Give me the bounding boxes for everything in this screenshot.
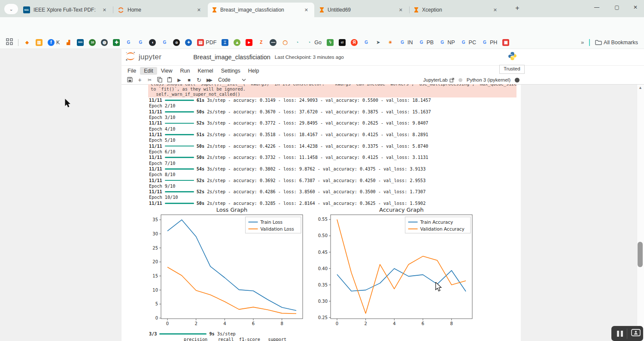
save-button[interactable]: [125, 77, 135, 83]
bookmark-yandex[interactable]: Я: [351, 39, 358, 46]
ten-circle-icon: 10: [89, 39, 96, 46]
bookmark-pdf[interactable]: ▤PDF: [197, 39, 216, 46]
bookmark-dark-pill[interactable]: —: [270, 39, 276, 46]
epoch-progress-line: 11/1154s 3s/step - accuracy: 0.3802 - lo…: [149, 166, 518, 172]
svg-text:0.45: 0.45: [318, 250, 328, 255]
browser-tab-home[interactable]: Home✕: [113, 3, 207, 17]
bookmark-google-np[interactable]: GNP: [439, 39, 455, 46]
bookmark-youtube[interactable]: ▶: [246, 39, 252, 46]
browser-tab-ieee-xplore-full-text-pdf-[interactable]: IEEEIEEE Xplore Full-Text PDF:✕: [19, 3, 112, 17]
blue-bridge-icon: ⌶: [222, 39, 228, 46]
zapier-icon: Z: [258, 39, 264, 46]
scrollbar-track[interactable]: [637, 85, 644, 341]
bookmark-google-pc[interactable]: GPC: [460, 39, 476, 46]
stderr-warning-box: class should call `super().__init__(**kw…: [148, 84, 516, 97]
bookmark-label: NP: [447, 40, 455, 46]
menu-edit[interactable]: Edit: [140, 67, 157, 75]
bookmark-zapier[interactable]: Z: [258, 39, 264, 46]
menu-view[interactable]: View: [157, 67, 176, 75]
bookmark-google-1[interactable]: G: [125, 39, 132, 46]
menu-help[interactable]: Help: [244, 67, 263, 75]
bookmark-paper-plane[interactable]: ➤: [375, 39, 382, 46]
bookmark-label: Go: [314, 40, 322, 46]
copy-cell-button[interactable]: [155, 77, 164, 83]
progress-bar: [165, 168, 194, 170]
bookmark-orange-app[interactable]: ▥: [36, 39, 43, 46]
notebook-title[interactable]: Breast_image_classficiation: [193, 54, 270, 61]
kernel-name[interactable]: Python 3 (ipykernel): [467, 77, 510, 82]
bookmark-green-cross[interactable]: ✚: [113, 39, 120, 46]
bookmark-orange-ring[interactable]: ◯: [282, 39, 289, 46]
scrollbar-thumb[interactable]: [638, 242, 643, 267]
bookmark-teal-swirl-1[interactable]: ◔: [294, 39, 301, 46]
bookmark-orange-flower[interactable]: ☀: [387, 39, 394, 46]
bookmark-google-in[interactable]: GIN: [399, 39, 413, 46]
browser-tab-xception[interactable]: Xception✕: [410, 3, 503, 17]
restart-kernel-button[interactable]: ↻: [194, 77, 204, 83]
bookmark-google-pb[interactable]: GPB: [418, 39, 434, 46]
menu-file[interactable]: File: [124, 67, 140, 75]
bookmark-google-3[interactable]: G: [161, 39, 168, 46]
add-cell-button[interactable]: +: [135, 76, 145, 83]
window-minimize-button[interactable]: —: [587, 0, 606, 15]
jupyterlab-link[interactable]: JupyterLab: [423, 77, 454, 82]
svg-text:6: 6: [252, 321, 255, 326]
bookmark-globe-dark[interactable]: ◍: [101, 39, 108, 46]
svg-text:35: 35: [152, 217, 158, 222]
jupyter-logo[interactable]: [125, 51, 136, 64]
tab-close-button[interactable]: ✕: [492, 6, 499, 14]
bookmark-android[interactable]: ▲: [234, 39, 240, 46]
bookmark-red-app[interactable]: ▣: [502, 39, 509, 46]
menu-settings[interactable]: Settings: [217, 67, 244, 75]
cell-type-dropdown[interactable]: Code: [218, 77, 246, 83]
globe-dark-icon: ◍: [101, 39, 108, 46]
tab-title: Xception: [422, 7, 488, 13]
window-close-button[interactable]: ✕: [626, 0, 644, 15]
tab-close-button[interactable]: ✕: [195, 6, 203, 14]
bookmark-google-ph[interactable]: GPH: [481, 39, 497, 46]
tab-search-button[interactable]: ⌄: [4, 4, 18, 14]
bookmark-analytics[interactable]: ▟: [65, 39, 72, 46]
bookmark-github[interactable]: ◖: [149, 39, 156, 46]
apps-grid-icon[interactable]: [6, 38, 13, 47]
trusted-badge[interactable]: Trusted: [499, 65, 525, 74]
tab-close-button[interactable]: ✕: [303, 6, 310, 14]
browser-tab-breast-image-classficiation[interactable]: Breast_image_classficiation✕: [208, 3, 314, 17]
bookmark-ieee[interactable]: IEEE: [77, 39, 84, 46]
bookmarks-overflow-chevron[interactable]: »: [581, 39, 584, 46]
scrollbar-up-arrow[interactable]: ▲: [638, 85, 642, 90]
bookmark-google-4[interactable]: G: [363, 39, 370, 46]
fig-loss-svg: Loss Graph0510152025303502468Train LossV…: [147, 207, 305, 332]
bookmark-teal-swirl-2[interactable]: ◔Go: [306, 39, 322, 46]
paste-cell-button[interactable]: [164, 77, 174, 83]
bookmark-google-2[interactable]: G: [137, 39, 144, 46]
pause-recording-button[interactable]: [617, 331, 623, 337]
epoch-steps: 11/11: [149, 144, 162, 149]
bookmark-green-bolt[interactable]: ϟ: [327, 39, 334, 46]
tab-close-button[interactable]: ✕: [101, 6, 108, 14]
tab-close-button[interactable]: ✕: [397, 6, 404, 14]
svg-text:0.30: 0.30: [318, 299, 328, 304]
interrupt-kernel-button[interactable]: ■: [184, 77, 194, 82]
bookmark-cl-black[interactable]: cl: [339, 39, 346, 46]
bookmark-blue-badge[interactable]: ✦: [185, 39, 192, 46]
run-cell-button[interactable]: ▶: [174, 77, 184, 83]
bookmark-facebook[interactable]: fK: [48, 39, 60, 46]
red-app-icon: ▣: [502, 39, 509, 46]
bookmarks-divider: [18, 39, 18, 46]
epoch-progress-line: 11/1152s 2s/step - accuracy: 0.3692 - lo…: [149, 177, 518, 183]
all-bookmarks-button[interactable]: All Bookmarks: [595, 40, 638, 46]
bookmark-dark-rings[interactable]: ◎: [173, 39, 180, 46]
cut-cell-button[interactable]: ✂: [145, 77, 155, 83]
menu-kernel[interactable]: Kernel: [194, 67, 217, 75]
bookmark-orange-shape[interactable]: ◆: [24, 39, 30, 46]
eval-steps: 3/3: [149, 332, 157, 336]
menu-run[interactable]: Run: [176, 67, 194, 75]
bookmark-ten-circle[interactable]: 10: [89, 39, 96, 46]
window-maximize-button[interactable]: ▢: [608, 0, 626, 15]
new-tab-button[interactable]: +: [512, 4, 523, 14]
browser-tab-untitled69[interactable]: Untitled69✕: [315, 3, 409, 17]
restart-run-all-button[interactable]: ▶▶: [204, 77, 214, 83]
camera-overlay-button[interactable]: [631, 329, 641, 338]
bookmark-blue-bridge[interactable]: ⌶: [222, 39, 228, 46]
